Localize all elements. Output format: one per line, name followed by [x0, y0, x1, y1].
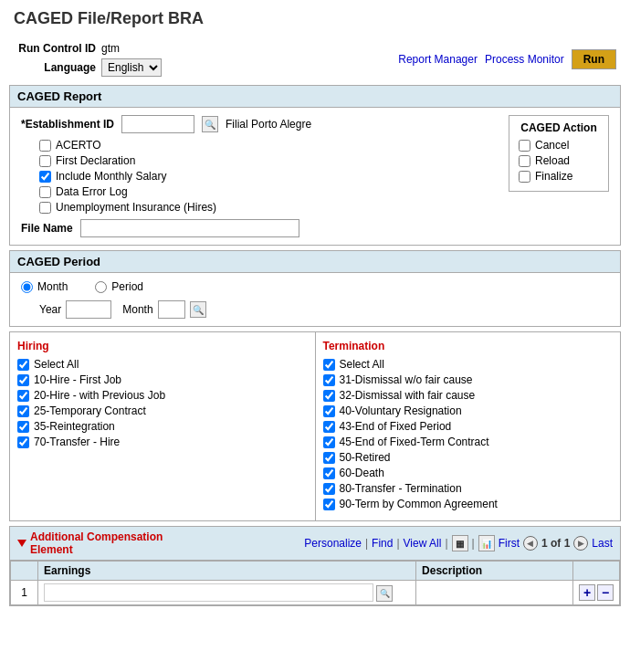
- hiring-header: Hiring: [17, 340, 308, 352]
- month-search-icon[interactable]: 🔍: [190, 301, 206, 318]
- hiring-termination-container: Hiring Select All 10-Hire - First Job 20…: [9, 331, 621, 521]
- pagination: First ◀ 1 of 1 ▶ Last: [499, 536, 613, 551]
- caged-period-header: CAGED Period: [10, 251, 620, 273]
- termination-item-7: 60-Death: [323, 467, 614, 479]
- termination-cb-7[interactable]: [323, 467, 335, 479]
- hiring-select-all-item: Select All: [17, 358, 308, 371]
- prev-page-btn[interactable]: ◀: [523, 536, 538, 551]
- process-monitor-link[interactable]: Process Monitor: [485, 53, 564, 66]
- last-page-label[interactable]: Last: [592, 537, 613, 550]
- acerto-checkbox[interactable]: [39, 140, 51, 152]
- period-radio[interactable]: [95, 281, 107, 293]
- run-button[interactable]: Run: [572, 49, 616, 69]
- row-num: 1: [11, 581, 38, 605]
- hiring-cb-2[interactable]: [17, 390, 29, 402]
- period-fields: Year 2017 Month 05 🔍: [39, 300, 609, 319]
- data-error-log-checkbox[interactable]: [39, 186, 51, 198]
- description-cell: [416, 581, 573, 605]
- col-header-description: Description: [416, 562, 573, 581]
- hiring-select-all-checkbox[interactable]: [17, 359, 29, 371]
- additional-table-header-row: Earnings Description: [11, 562, 620, 581]
- finalize-checkbox[interactable]: [519, 171, 530, 183]
- grid-icon-btn[interactable]: ▦: [452, 535, 468, 551]
- hiring-cb-3[interactable]: [17, 405, 29, 417]
- termination-label-1: 31-Dismissal w/o fair cause: [340, 373, 473, 386]
- reload-checkbox[interactable]: [519, 155, 530, 167]
- cancel-row: Cancel: [519, 139, 599, 152]
- additional-title-text: Additional CompensationElement: [30, 530, 163, 556]
- hiring-label-2: 20-Hire - with Previous Job: [34, 389, 165, 402]
- hiring-label-1: 10-Hire - First Job: [34, 373, 121, 386]
- termination-cb-4[interactable]: [323, 421, 335, 433]
- earnings-search-icon[interactable]: 🔍: [376, 585, 393, 602]
- termination-header: Termination: [323, 340, 614, 352]
- additional-title: Additional CompensationElement: [17, 530, 163, 556]
- termination-label-9: 90-Term by Common Agreement: [340, 498, 498, 510]
- termination-list: Select All 31-Dismissal w/o fair cause 3…: [323, 358, 614, 510]
- chart-icon-btn[interactable]: 📊: [478, 535, 495, 551]
- termination-column: Termination Select All 31-Dismissal w/o …: [316, 332, 621, 520]
- hiring-cb-5[interactable]: [17, 436, 29, 448]
- termination-select-all-item: Select All: [323, 358, 614, 371]
- hiring-label-4: 35-Reintegration: [34, 420, 115, 433]
- caged-report-header: CAGED Report: [10, 86, 620, 108]
- establishment-label: *Establishment ID: [21, 118, 114, 131]
- establishment-name: Filial Porto Alegre: [226, 118, 311, 131]
- include-monthly-salary-label: Include Monthly Salary: [56, 170, 166, 183]
- termination-cb-3[interactable]: [323, 405, 335, 417]
- include-monthly-salary-checkbox[interactable]: [39, 171, 51, 183]
- run-control-label: Run Control ID: [14, 42, 96, 55]
- run-control-row: Run Control ID gtm: [14, 42, 162, 55]
- hiring-list: Select All 10-Hire - First Job 20-Hire -…: [17, 358, 308, 448]
- file-name-input[interactable]: CGED2017.M05: [80, 219, 299, 237]
- data-error-log-label: Data Error Log: [56, 185, 128, 198]
- first-declaration-label: First Declaration: [56, 154, 135, 167]
- col-header-num: [11, 562, 38, 581]
- hiring-item-4: 35-Reintegration: [17, 420, 308, 433]
- month-radio[interactable]: [21, 281, 33, 293]
- add-del-buttons: + −: [579, 584, 614, 601]
- caged-action-box: CAGED Action Cancel Reload Finalize: [509, 115, 609, 192]
- termination-cb-6[interactable]: [323, 452, 335, 464]
- add-row-button[interactable]: +: [579, 584, 595, 601]
- termination-cb-1[interactable]: [323, 374, 335, 386]
- termination-cb-2[interactable]: [323, 390, 335, 402]
- additional-table-head: Earnings Description: [11, 562, 620, 581]
- report-manager-link[interactable]: Report Manager: [398, 53, 478, 66]
- top-controls: Run Control ID gtm Language English Repo…: [0, 40, 630, 80]
- delete-row-button[interactable]: −: [597, 584, 614, 601]
- additional-table: Earnings Description 1 🔍 +: [10, 561, 620, 605]
- termination-cb-5[interactable]: [323, 436, 335, 448]
- first-declaration-checkbox[interactable]: [39, 155, 51, 167]
- earnings-input[interactable]: [44, 583, 373, 602]
- month-radio-item: Month: [21, 280, 68, 293]
- year-field: Year 2017: [39, 300, 111, 319]
- hiring-cb-1[interactable]: [17, 374, 29, 386]
- language-select[interactable]: English: [101, 58, 162, 77]
- termination-label-7: 60-Death: [340, 467, 384, 479]
- collapse-icon[interactable]: [17, 540, 26, 547]
- first-page-label[interactable]: First: [499, 537, 520, 550]
- find-link[interactable]: Find: [372, 537, 393, 550]
- page-header: CAGED File/Report BRA: [0, 0, 630, 40]
- cancel-checkbox[interactable]: [519, 140, 530, 152]
- hiring-cb-4[interactable]: [17, 421, 29, 433]
- termination-cb-9[interactable]: [323, 499, 335, 510]
- earnings-cell: 🔍: [38, 581, 416, 605]
- termination-cb-8[interactable]: [323, 483, 335, 495]
- termination-item-3: 40-Voluntary Resignation: [323, 404, 614, 417]
- additional-header: Additional CompensationElement Personali…: [10, 527, 620, 561]
- month-input[interactable]: 05: [158, 300, 185, 319]
- establishment-input[interactable]: KRC1-2: [121, 115, 194, 133]
- run-control-value: gtm: [101, 42, 120, 55]
- personalize-link[interactable]: Personalize: [304, 537, 362, 550]
- year-input[interactable]: 2017: [66, 300, 111, 319]
- termination-label-3: 40-Voluntary Resignation: [340, 404, 462, 417]
- reload-label: Reload: [535, 154, 570, 167]
- next-page-btn[interactable]: ▶: [573, 536, 588, 551]
- view-all-link[interactable]: View All: [404, 537, 442, 550]
- termination-select-all-checkbox[interactable]: [323, 359, 335, 371]
- unemployment-insurance-checkbox[interactable]: [39, 202, 51, 214]
- establishment-search-icon[interactable]: 🔍: [202, 116, 218, 132]
- hiring-label-5: 70-Transfer - Hire: [34, 436, 120, 448]
